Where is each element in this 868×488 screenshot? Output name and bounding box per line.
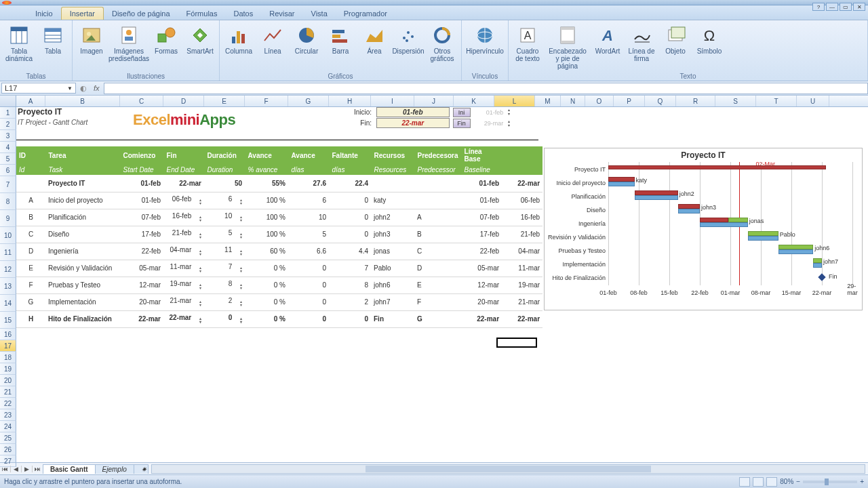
row-header-24[interactable]: 24 — [0, 421, 16, 432]
tab-programador[interactable]: Programador — [336, 7, 395, 20]
col-header-H[interactable]: H — [329, 96, 371, 106]
col-header-Q[interactable]: Q — [645, 96, 676, 106]
col-header-I[interactable]: I — [371, 96, 414, 106]
tab-datos[interactable]: Datos — [225, 7, 261, 20]
zoom-out-icon[interactable]: − — [796, 478, 800, 485]
tab-formulas[interactable]: Fórmulas — [178, 7, 226, 20]
start-spinner[interactable] — [505, 108, 513, 117]
view-layout-icon[interactable] — [753, 477, 764, 487]
row-header-11[interactable]: 11 — [0, 244, 16, 261]
zoom-in-icon[interactable]: + — [860, 478, 864, 485]
col-header-N[interactable]: N — [561, 96, 585, 106]
table-row[interactable]: FPruebas y Testeo12-mar19-mar 8 0 %08joh… — [16, 277, 542, 293]
tab-diseno[interactable]: Diseño de página — [104, 7, 178, 20]
table-row[interactable]: AInicio del proyecto01-feb06-feb 6 100 %… — [16, 192, 542, 209]
col-header-D[interactable]: D — [163, 96, 204, 106]
row-header-9[interactable]: 9 — [0, 210, 16, 227]
office-button[interactable] — [2, 1, 12, 5]
table-row[interactable]: ERevisión y Validación05-mar11-mar 7 0 %… — [16, 260, 542, 277]
start-date-input[interactable]: 01-feb — [376, 107, 450, 117]
table-row[interactable]: CDiseño17-feb21-feb 5 100 %50john3B17-fe… — [16, 226, 542, 243]
btn-barra[interactable]: Barra — [324, 23, 357, 56]
row-header-1[interactable]: 1 — [0, 107, 16, 119]
row-header-10[interactable]: 10 — [0, 227, 16, 244]
maximize-icon[interactable]: ▭ — [840, 3, 852, 11]
active-cell[interactable] — [496, 338, 537, 348]
btn-simbolo[interactable]: ΩSímbolo — [693, 23, 726, 56]
table-row[interactable]: GImplementación20-mar21-mar 2 0 %02john7… — [16, 293, 542, 310]
btn-clipart[interactable]: Imágenes prediseñadas — [109, 23, 149, 64]
sheet-nav-next[interactable]: ▶ — [22, 466, 33, 472]
row-header-6[interactable]: 6 — [0, 165, 16, 176]
col-header-O[interactable]: O — [585, 96, 614, 106]
cells-area[interactable]: Proyecto IT IT Project - Gantt Chart Exc… — [16, 107, 868, 462]
table-row[interactable]: HHito de Finalización22-mar22-mar 0 0 %0… — [16, 310, 542, 327]
tab-inicio[interactable]: Inicio — [27, 7, 61, 20]
btn-imagen[interactable]: Imagen — [75, 23, 108, 56]
row-header-23[interactable]: 23 — [0, 409, 16, 421]
col-header-L[interactable]: L — [494, 96, 535, 106]
col-header-K[interactable]: K — [454, 96, 494, 106]
row-header-26[interactable]: 26 — [0, 444, 16, 455]
view-pagebreak-icon[interactable] — [766, 477, 777, 487]
table-row[interactable]: DIngeniería22-feb04-mar 11 60 %6.64.4jon… — [16, 243, 542, 260]
select-all-corner[interactable] — [0, 96, 16, 106]
row-header-18[interactable]: 18 — [0, 352, 16, 363]
row-header-16[interactable]: 16 — [0, 329, 16, 340]
btn-wordart[interactable]: AWordArt — [591, 23, 624, 56]
tab-insertar[interactable]: Insertar — [61, 7, 104, 20]
row-header-8[interactable]: 8 — [0, 193, 16, 210]
horizontal-scrollbar[interactable] — [151, 464, 865, 474]
fx-icon[interactable]: ◐ — [77, 84, 90, 93]
col-header-R[interactable]: R — [676, 96, 715, 106]
row-header-2[interactable]: 2 — [0, 119, 16, 130]
sheet-nav-last[interactable]: ⏭ — [33, 466, 43, 472]
btn-linea-firma[interactable]: Línea de firma — [625, 23, 658, 64]
col-header-P[interactable]: P — [614, 96, 645, 106]
gantt-chart[interactable]: Proyecto IT 02-Mar 01-feb08-feb15-feb22-… — [544, 148, 863, 310]
btn-pivot-table[interactable]: Tabla dinámica — [3, 23, 35, 64]
sheet-nav-first[interactable]: ⏮ — [0, 466, 11, 472]
row-header-17[interactable]: 17 — [0, 340, 16, 352]
btn-dispersion[interactable]: Dispersión — [392, 23, 425, 56]
name-box[interactable]: L17▼ — [1, 83, 76, 94]
row-header-14[interactable]: 14 — [0, 295, 16, 312]
sheet-tab-new[interactable]: ✷ — [134, 464, 149, 474]
row-header-15[interactable]: 15 — [0, 312, 16, 329]
formula-input[interactable] — [104, 83, 868, 94]
btn-otros-graficos[interactable]: Otros gráficos — [426, 23, 458, 64]
btn-hipervinculo[interactable]: Hipervínculo — [465, 23, 505, 56]
btn-table[interactable]: Tabla — [37, 23, 69, 56]
sheet-tab-ejemplo[interactable]: Ejemplo — [95, 464, 134, 474]
row-header-7[interactable]: 7 — [0, 176, 16, 193]
row-header-25[interactable]: 25 — [0, 432, 16, 444]
tab-revisar[interactable]: Revisar — [261, 7, 302, 20]
btn-header-footer[interactable]: Encabezado y pie de página — [545, 23, 590, 71]
row-header-13[interactable]: 13 — [0, 278, 16, 295]
sheet-tab-basic-gantt[interactable]: Basic Gantt — [43, 464, 96, 474]
btn-linea[interactable]: Línea — [256, 23, 289, 56]
col-header-M[interactable]: M — [535, 96, 561, 106]
col-header-U[interactable]: U — [797, 96, 829, 106]
col-header-E[interactable]: E — [204, 96, 245, 106]
col-header-B[interactable]: B — [45, 96, 120, 106]
btn-formas[interactable]: Formas — [150, 23, 182, 56]
btn-smartart[interactable]: SmartArt — [184, 23, 216, 56]
fin-button[interactable]: Fin — [453, 119, 471, 128]
row-header-12[interactable]: 12 — [0, 261, 16, 278]
row-header-22[interactable]: 22 — [0, 398, 16, 409]
sheet-nav-prev[interactable]: ◀ — [11, 466, 22, 472]
btn-cuadro-texto[interactable]: ACuadro de texto — [511, 23, 544, 64]
end-spinner[interactable] — [505, 119, 513, 129]
col-header-C[interactable]: C — [120, 96, 163, 106]
btn-objeto[interactable]: Objeto — [659, 23, 692, 56]
ini-button[interactable]: Ini — [453, 108, 471, 117]
table-row[interactable]: BPlanificación07-feb16-feb 10 100 %100jo… — [16, 209, 542, 226]
end-date-input[interactable]: 22-mar — [376, 118, 450, 128]
row-header-5[interactable]: 5 — [0, 153, 16, 165]
minimize-icon[interactable]: — — [826, 3, 838, 11]
close-icon[interactable]: ✕ — [853, 3, 865, 11]
col-header-J[interactable]: J — [414, 96, 454, 106]
row-header-3[interactable]: 3 — [0, 130, 16, 142]
row-header-4[interactable]: 4 — [0, 142, 16, 153]
